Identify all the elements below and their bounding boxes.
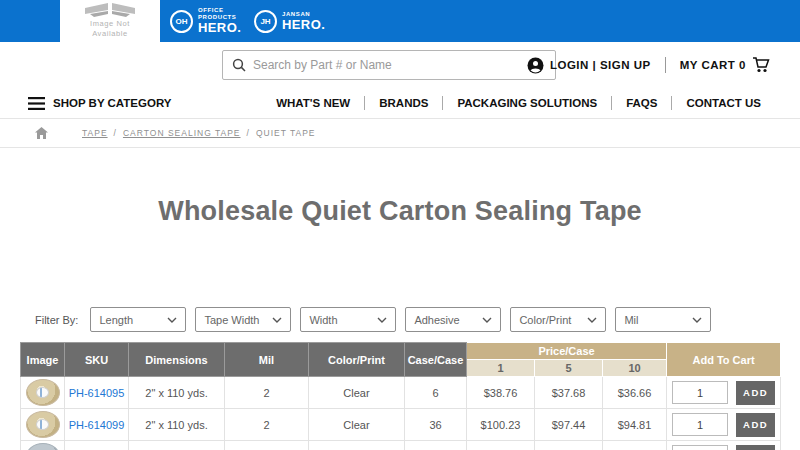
price-10-cell: $36.66: [603, 377, 667, 409]
breadcrumb: TAPE / CARTON SEALING TAPE / QUIET TAPE: [0, 118, 800, 148]
col-header-image: Image: [21, 343, 65, 377]
quantity-input[interactable]: [672, 413, 728, 436]
price-10-cell: [603, 441, 667, 450]
product-image[interactable]: [26, 443, 60, 450]
col-header-mil: Mil: [225, 343, 309, 377]
product-image[interactable]: [26, 411, 60, 438]
my-cart-link[interactable]: MY CART 0: [680, 59, 746, 71]
search-input[interactable]: [253, 58, 546, 72]
color-print-cell: Clear: [309, 409, 405, 441]
price-tier-1: 1: [467, 360, 535, 377]
chevron-down-icon: [482, 317, 492, 323]
add-to-cart-cell: ADD: [667, 377, 781, 409]
case-cell: 6: [405, 377, 467, 409]
price-5-cell: $37.68: [535, 377, 603, 409]
search-box: [222, 50, 556, 80]
col-header-sku: SKU: [65, 343, 129, 377]
mil-cell: 2: [225, 377, 309, 409]
product-image[interactable]: [26, 379, 60, 406]
store-logo[interactable]: Image Not Available: [60, 0, 160, 42]
jh-circle-icon: JH: [254, 10, 277, 33]
filter-mil-dropdown[interactable]: Mil: [615, 307, 711, 332]
price-1-cell: $38.76: [467, 377, 535, 409]
table-row: PH-614095 2" x 110 yds. 2 Clear 6 $38.76…: [21, 377, 781, 409]
image-not-available-text: Image Not Available: [74, 19, 146, 39]
brand-line: OFFICE: [198, 7, 241, 14]
topbar: Image Not Available OH OFFICE PRODUCTS H…: [0, 0, 800, 42]
filter-bar: Filter By: Length Tape Width Width Adhes…: [35, 307, 800, 332]
breadcrumb-quiet-tape: QUIET TAPE: [256, 128, 316, 138]
breadcrumb-carton-sealing-tape[interactable]: CARTON SEALING TAPE: [123, 128, 241, 138]
nav-contact-us[interactable]: CONTACT US: [672, 97, 775, 109]
color-print-cell: Clear: [309, 377, 405, 409]
header-row: LOGIN | SIGN UP MY CART 0: [0, 42, 800, 88]
office-products-hero-logo[interactable]: OH OFFICE PRODUCTS HERO.: [170, 0, 241, 42]
filter-adhesive-dropdown[interactable]: Adhesive: [405, 307, 501, 332]
nav-faqs[interactable]: FAQS: [612, 97, 671, 109]
filter-by-label: Filter By:: [35, 314, 78, 326]
col-header-case-case: Case/Case: [405, 343, 467, 377]
nav-packaging-solutions[interactable]: PACKAGING SOLUTIONS: [443, 97, 611, 109]
price-tier-10: 10: [603, 360, 667, 377]
dimensions-cell: 2" x 110 yds.: [129, 409, 225, 441]
filter-tape-width-value: Tape Width: [204, 314, 259, 326]
filter-width-dropdown[interactable]: Width: [300, 307, 396, 332]
filter-adhesive-value: Adhesive: [414, 314, 459, 326]
col-header-dimensions: Dimensions: [129, 343, 225, 377]
nav-whats-new[interactable]: WHAT'S NEW: [262, 97, 364, 109]
add-to-cart-cell: ADD: [667, 409, 781, 441]
shop-by-category-button[interactable]: SHOP BY CATEGORY: [28, 88, 171, 118]
cart-icon[interactable]: [752, 57, 770, 73]
sku-link[interactable]: PH-614095: [69, 387, 125, 399]
search-icon: [232, 58, 246, 72]
chevron-down-icon: [692, 317, 702, 323]
table-row: PH-614099 2" x 110 yds. 2 Clear 36 $100.…: [21, 409, 781, 441]
add-to-cart-button[interactable]: ADD: [736, 381, 775, 405]
nav-brands[interactable]: BRANDS: [365, 97, 442, 109]
filter-width-value: Width: [309, 314, 337, 326]
col-header-price-case: Price/Case: [467, 343, 667, 360]
products-table: Image SKU Dimensions Mil Color/Print Cas…: [20, 342, 781, 450]
brand-line: HERO.: [198, 21, 241, 35]
filter-tape-width-dropdown[interactable]: Tape Width: [195, 307, 291, 332]
mil-cell: [225, 441, 309, 450]
price-1-cell: $100.23: [467, 409, 535, 441]
price-10-cell: $94.81: [603, 409, 667, 441]
price-5-cell: [535, 441, 603, 450]
add-to-cart-cell: ADD: [667, 441, 781, 450]
color-print-cell: [309, 441, 405, 450]
hamburger-icon: [28, 97, 45, 110]
add-to-cart-button[interactable]: ADD: [736, 445, 775, 450]
brand-line: HERO.: [282, 18, 325, 32]
case-cell: [405, 441, 467, 450]
col-header-add-to-cart: Add To Cart: [667, 343, 781, 377]
col-header-color-print: Color/Print: [309, 343, 405, 377]
filter-mil-value: Mil: [624, 314, 638, 326]
chevron-down-icon: [167, 317, 177, 323]
table-row: ADD: [21, 441, 781, 450]
breadcrumb-separator: /: [114, 128, 117, 138]
home-icon[interactable]: [35, 127, 48, 139]
jansan-hero-logo[interactable]: JH JANSAN HERO.: [254, 0, 325, 42]
shop-by-category-label: SHOP BY CATEGORY: [53, 97, 171, 109]
nav-links: WHAT'S NEW BRANDS PACKAGING SOLUTIONS FA…: [262, 88, 775, 118]
breadcrumb-tape[interactable]: TAPE: [82, 128, 108, 138]
user-icon: [527, 57, 544, 74]
price-5-cell: $97.44: [535, 409, 603, 441]
login-signup-link[interactable]: LOGIN | SIGN UP: [550, 59, 651, 71]
sku-link[interactable]: PH-614099: [69, 419, 125, 431]
account-area: LOGIN | SIGN UP MY CART 0: [527, 42, 770, 88]
mil-cell: 2: [225, 409, 309, 441]
quantity-input[interactable]: [672, 445, 728, 450]
dimensions-cell: 2" x 110 yds.: [129, 377, 225, 409]
chevron-down-icon: [377, 317, 387, 323]
price-1-cell: [467, 441, 535, 450]
add-to-cart-button[interactable]: ADD: [736, 413, 775, 437]
chevron-down-icon: [587, 317, 597, 323]
filter-color-print-dropdown[interactable]: Color/Print: [510, 307, 606, 332]
quantity-input[interactable]: [672, 381, 728, 404]
filter-length-dropdown[interactable]: Length: [90, 307, 186, 332]
filter-length-value: Length: [99, 314, 133, 326]
main-nav: SHOP BY CATEGORY WHAT'S NEW BRANDS PACKA…: [0, 88, 800, 118]
filter-color-print-value: Color/Print: [519, 314, 571, 326]
